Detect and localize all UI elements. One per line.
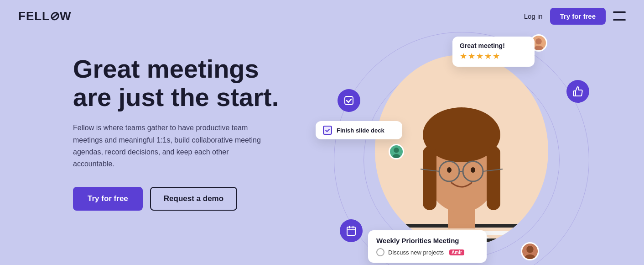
svg-point-18	[535, 38, 541, 44]
svg-point-28	[525, 254, 535, 259]
task-checkbox	[323, 126, 332, 135]
task-row: Discuss new projects Amir	[376, 248, 478, 256]
cta-buttons: Try for free Request a demo	[73, 187, 279, 211]
task-text: Discuss new projects	[388, 249, 444, 256]
great-meeting-title: Great meeting!	[460, 42, 527, 49]
amir-tag: Amir	[449, 249, 464, 255]
svg-point-17	[471, 167, 475, 173]
headline-line2: are just the start.	[73, 83, 279, 111]
menu-line-1	[613, 11, 626, 13]
logo: FELL ⊘ W	[18, 9, 72, 23]
headline-line1: Great meetings	[73, 54, 259, 83]
stars-rating: ★★★★★	[460, 51, 527, 61]
hero-try-free-button[interactable]: Try for free	[73, 187, 143, 211]
finish-deck-card: Finish slide deck	[316, 121, 402, 139]
svg-rect-9	[423, 146, 436, 210]
calendar-icon	[346, 225, 357, 236]
right-illustration: Great meeting! ★★★★★	[297, 9, 644, 265]
avatar-green-svg	[390, 145, 403, 158]
nav-try-free-button[interactable]: Try for free	[550, 8, 606, 25]
avatar-br-svg	[522, 244, 538, 259]
svg-rect-20	[345, 96, 353, 105]
nav-right: Log in Try for free	[524, 8, 626, 25]
logo-suffix: W	[60, 9, 72, 23]
svg-point-16	[447, 167, 452, 173]
task-check-icon	[325, 127, 330, 133]
calendar-icon-circle	[340, 219, 363, 242]
main-content: Great meetings are just the start. Fello…	[0, 32, 644, 211]
check-icon-circle	[338, 89, 360, 112]
avatar-small-green	[389, 144, 404, 159]
task-circle	[376, 248, 384, 256]
request-demo-button[interactable]: Request a demo	[150, 187, 237, 211]
subtext: Fellow is where teams gather to have pro…	[73, 122, 265, 170]
finish-deck-text: Finish slide deck	[337, 127, 384, 134]
navbar: FELL ⊘ W Log in Try for free	[0, 0, 644, 32]
menu-icon[interactable]	[613, 11, 626, 21]
great-meeting-card: Great meeting! ★★★★★	[452, 37, 535, 67]
weekly-priorities-card: Weekly Priorities Meeting Discuss new pr…	[368, 230, 487, 263]
check-icon	[343, 95, 354, 106]
avatar-bottom-right	[521, 242, 539, 260]
weekly-meeting-title: Weekly Priorities Meeting	[376, 237, 478, 244]
svg-point-22	[393, 154, 400, 158]
svg-point-27	[526, 246, 533, 253]
logo-text: FELL	[18, 9, 50, 23]
svg-rect-10	[487, 146, 500, 210]
svg-point-19	[534, 46, 543, 50]
headline: Great meetings are just the start.	[73, 55, 279, 111]
menu-line-2	[613, 19, 626, 21]
left-section: Great meetings are just the start. Fello…	[73, 41, 279, 211]
thumbs-up-icon-circle	[566, 80, 589, 103]
logo-icon: ⊘	[49, 9, 61, 23]
thumbs-up-icon	[572, 86, 583, 97]
login-link[interactable]: Log in	[524, 12, 543, 20]
svg-rect-23	[347, 227, 355, 235]
svg-point-21	[394, 148, 399, 153]
